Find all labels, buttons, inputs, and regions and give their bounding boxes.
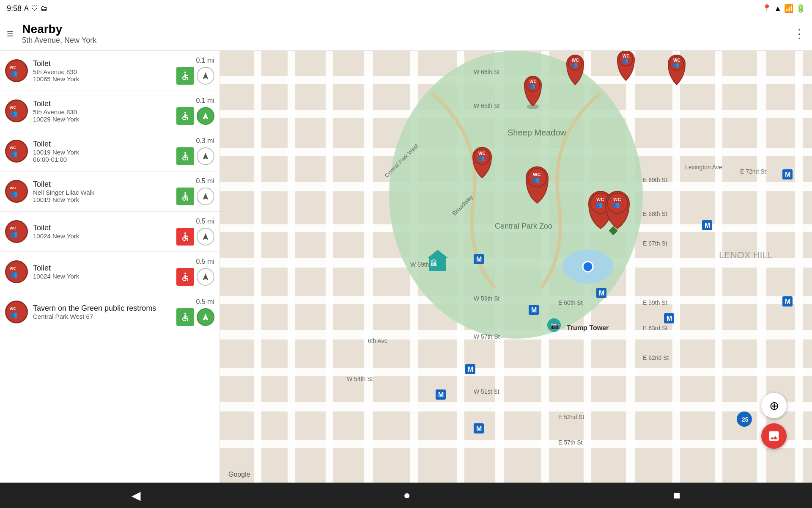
item-actions: 0.5 mi [172, 177, 214, 205]
svg-text:W 57th St: W 57th St [474, 333, 500, 340]
item-name: Toilet [33, 264, 172, 273]
list-item[interactable]: WC 👥 Toilet10024 New York0.5 mi [0, 252, 219, 292]
item-buttons [176, 228, 214, 246]
navigate-button[interactable] [197, 268, 214, 286]
svg-text:M: M [468, 366, 473, 373]
svg-text:Sheep Meadow: Sheep Meadow [508, 128, 567, 137]
svg-text:E 72nd St: E 72nd St [740, 168, 766, 175]
recent-button[interactable]: ■ [673, 489, 680, 502]
map-svg: Sheep Meadow Central Park Zoo W 66th St … [220, 51, 812, 483]
svg-text:M: M [476, 425, 482, 432]
wc-icon: WC 👥 [5, 59, 28, 82]
list-item[interactable]: WC 👥 Tavern on the Green public restroms… [0, 292, 219, 332]
svg-text:🏛: 🏛 [430, 259, 438, 268]
list-item[interactable]: WC 👥 Toilet5th Avenue 83010065 New York0… [0, 51, 219, 91]
item-distance: 0.3 mi [196, 137, 214, 145]
navigate-button[interactable] [197, 308, 214, 326]
accessibility-button[interactable] [176, 67, 194, 85]
svg-point-11 [184, 192, 186, 194]
svg-text:👥: 👥 [10, 230, 18, 238]
svg-text:📷: 📷 [551, 322, 559, 330]
item-address: 10019 New York [33, 149, 172, 156]
accessibility-button[interactable] [176, 308, 194, 326]
back-button[interactable]: ◀ [132, 489, 141, 502]
photo-button[interactable] [761, 423, 787, 449]
svg-text:👥: 👥 [622, 57, 628, 64]
svg-text:E 57th St: E 57th St [558, 439, 583, 446]
location-icon: 📍 [762, 4, 771, 13]
item-info: Toilet10019 New York06:00-01:00 [33, 140, 172, 163]
menu-button[interactable]: ≡ [7, 27, 14, 41]
navigate-button[interactable] [197, 67, 214, 85]
accessibility-button[interactable] [176, 268, 194, 286]
item-actions: 0.5 mi [172, 258, 214, 286]
list-item[interactable]: WC 👥 ToiletNell Singer Lilac Walk10019 N… [0, 171, 219, 212]
navigate-button[interactable] [197, 188, 214, 205]
svg-text:👥: 👥 [595, 202, 603, 209]
item-actions: 0.1 mi [172, 97, 214, 125]
list-item[interactable]: WC 👥 Toilet5th Avenue 83010029 New York0… [0, 91, 219, 131]
battery-icon: 🔋 [796, 4, 805, 13]
accessibility-button[interactable] [176, 107, 194, 125]
more-options-button[interactable]: ⋮ [793, 27, 805, 41]
navigate-button[interactable] [197, 107, 214, 125]
navigate-button[interactable] [197, 228, 214, 246]
svg-text:25: 25 [742, 416, 749, 423]
item-distance: 0.5 mi [196, 177, 214, 185]
time-display: 9:58 [7, 4, 22, 13]
svg-rect-45 [220, 368, 812, 376]
accessibility-button[interactable] [176, 147, 194, 165]
svg-text:Lexington Ave: Lexington Ave [685, 164, 722, 171]
svg-text:W 65th St: W 65th St [474, 102, 500, 109]
wc-icon: WC 👥 [5, 99, 28, 122]
item-address: 10024 New York [33, 232, 172, 240]
item-name: Toilet [33, 140, 172, 149]
item-distance: 0.5 mi [196, 218, 214, 225]
item-name: Toilet [33, 180, 172, 189]
svg-text:W 51st St: W 51st St [474, 388, 499, 395]
accessibility-button[interactable] [176, 188, 194, 205]
svg-text:Central Park Zoo: Central Park Zoo [495, 222, 552, 230]
page-subtitle: 5th Avenue, New York [22, 36, 793, 45]
svg-text:E 69th St: E 69th St [643, 177, 667, 183]
home-button[interactable]: ● [403, 489, 411, 502]
location-button[interactable]: ⊕ [761, 393, 787, 418]
wc-icon: WC 👥 [5, 260, 28, 283]
svg-text:M: M [667, 315, 672, 322]
item-buttons [176, 188, 214, 205]
item-distance: 0.5 mi [196, 298, 214, 306]
item-distance: 0.1 mi [196, 57, 214, 64]
svg-text:E 59th St: E 59th St [643, 299, 667, 306]
item-actions: 0.1 mi [172, 57, 214, 85]
accessibility-button[interactable] [176, 228, 194, 246]
svg-text:Trump Tower: Trump Tower [567, 324, 609, 331]
svg-text:M: M [438, 391, 444, 398]
google-logo: Google [228, 471, 250, 478]
svg-rect-47 [220, 440, 812, 448]
item-buttons [176, 268, 214, 286]
wc-icon: WC 👥 [5, 140, 28, 163]
item-city: 10029 New York [33, 116, 172, 123]
item-address: Central Park West 67 [33, 313, 172, 320]
list-item[interactable]: WC 👥 Toilet10024 New York0.5 mi [0, 212, 219, 252]
wc-icon: WC 👥 [5, 180, 28, 203]
svg-text:WC: WC [10, 186, 16, 190]
wifi-icon: ▲ [774, 4, 782, 13]
svg-text:👥: 👥 [673, 61, 679, 68]
svg-text:👥: 👥 [529, 83, 535, 89]
svg-text:LENOX HILL: LENOX HILL [719, 250, 773, 260]
item-actions: 0.5 mi [172, 298, 214, 326]
page-title: Nearby [22, 22, 793, 36]
list-item[interactable]: WC 👥 Toilet10019 New York06:00-01:000.3 … [0, 131, 219, 171]
svg-text:M: M [785, 171, 790, 178]
svg-text:👥: 👥 [571, 61, 578, 68]
item-name: Tavern on the Green public restroms [33, 304, 172, 313]
app-icon-a: A [24, 5, 29, 12]
navigate-button[interactable] [197, 147, 214, 165]
item-actions: 0.3 mi [172, 137, 214, 165]
svg-text:W 59th St: W 59th St [474, 295, 500, 302]
item-name: Toilet [33, 99, 172, 108]
item-city: 10065 New York [33, 75, 172, 83]
item-buttons [176, 147, 214, 165]
item-address: 5th Avenue 830 [33, 68, 172, 75]
